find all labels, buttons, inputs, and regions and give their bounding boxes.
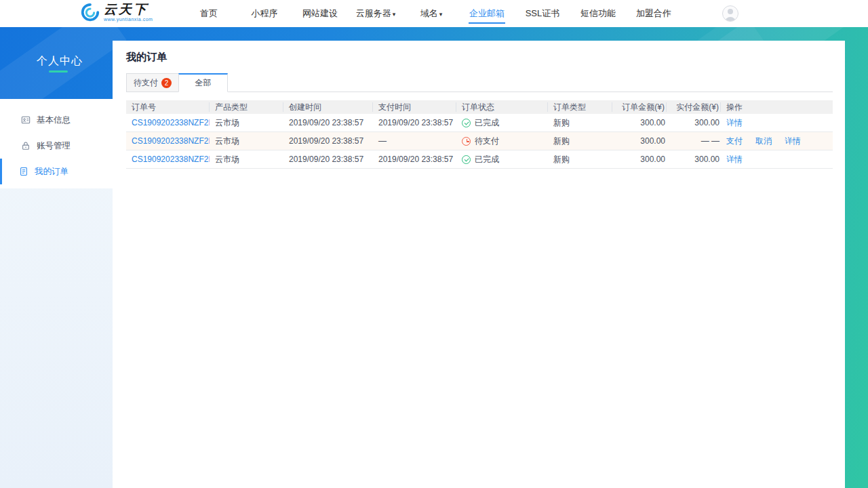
detail-link[interactable]: 详情 [726, 117, 743, 129]
cell-paid-time: 2019/09/20 23:38:57 [373, 155, 456, 164]
cell-product-type: 云市场 [210, 117, 283, 129]
clock-icon [462, 137, 471, 146]
col-header-created-time: 创建时间 [283, 102, 373, 112]
sidebar: 个人中心 基本信息 账号管理 [0, 27, 113, 488]
cell-amount: 300.00 [612, 155, 667, 164]
pending-count-badge: 2 [161, 78, 172, 88]
cell-paid-time: — [373, 136, 456, 146]
user-avatar[interactable] [722, 5, 738, 22]
nav-label: 企业邮箱 [469, 7, 505, 20]
cell-paid-amount: — — [667, 136, 721, 146]
col-header-product-type: 产品类型 [210, 102, 283, 112]
sidebar-body: 基本信息 账号管理 我的订单 [0, 99, 113, 488]
chevron-down-icon: ▾ [439, 11, 443, 18]
logo-text: 云天下 www.yuntianxia.com [104, 3, 153, 22]
nav-item-enterprise-email[interactable]: 企业邮箱 [459, 0, 515, 27]
order-no-link[interactable]: CS1909202338NZF2P [126, 118, 210, 127]
nav-item-mini-program[interactable]: 小程序 [237, 0, 292, 27]
orders-panel: 我的订单 待支付 2 全部 订单号 产品类型 创建时间 支付时间 订单状态 订单… [113, 41, 845, 488]
col-header-order-type: 订单类型 [548, 102, 612, 112]
cell-created-time: 2019/09/20 23:38:57 [283, 118, 373, 127]
status-label: 待支付 [475, 136, 499, 147]
nav-item-cloud-server[interactable]: 云服务器▾ [348, 0, 403, 27]
sidebar-item-orders[interactable]: 我的订单 [0, 159, 113, 184]
order-no-link[interactable]: CS1909202338NZF2P [126, 136, 210, 146]
cell-amount: 300.00 [612, 136, 667, 146]
cell-actions: 详情 [721, 154, 833, 165]
tabs: 待支付 2 全部 [126, 73, 833, 92]
nav-item-domain[interactable]: 域名▾ [403, 0, 459, 27]
tab-all[interactable]: 全部 [178, 73, 228, 92]
orders-table: 订单号 产品类型 创建时间 支付时间 订单状态 订单类型 订单金额(¥) 实付金… [126, 100, 833, 169]
logo-title: 云天下 [104, 3, 153, 16]
document-icon [19, 167, 28, 176]
table-row: CS1909202338NZF2P 云市场 2019/09/20 23:38:5… [126, 150, 833, 169]
nav-label: 网站建设 [302, 7, 338, 20]
col-header-status: 订单状态 [456, 102, 548, 112]
user-icon [728, 9, 733, 14]
user-icon-shoulders [725, 17, 736, 22]
sidebar-item-basic-info[interactable]: 基本信息 [0, 107, 113, 133]
status-label: 已完成 [475, 117, 499, 129]
top-navbar: 云天下 www.yuntianxia.com 首页 小程序 网站建设 云服务器▾… [0, 0, 868, 27]
sidebar-item-label: 基本信息 [37, 115, 71, 126]
tab-pending-payment[interactable]: 待支付 2 [126, 73, 179, 92]
cell-actions: 详情 [721, 117, 833, 129]
nav-item-partnership[interactable]: 加盟合作 [626, 0, 682, 27]
nav-label: 小程序 [252, 7, 278, 20]
main-nav: 首页 小程序 网站建设 云服务器▾ 域名▾ 企业邮箱 SSL证书 短信功能 加盟… [181, 0, 682, 27]
cell-status: 待支付 [456, 136, 548, 147]
nav-label: 加盟合作 [636, 7, 671, 20]
logo-subtitle: www.yuntianxia.com [104, 17, 153, 22]
nav-label: 域名 [420, 7, 438, 20]
sidebar-menu: 基本信息 账号管理 我的订单 [0, 99, 113, 188]
cell-paid-time: 2019/09/20 23:38:57 [373, 118, 456, 127]
cell-order-type: 新购 [548, 136, 612, 147]
sidebar-item-label: 我的订单 [35, 166, 68, 178]
cell-paid-amount: 300.00 [667, 155, 721, 164]
cell-paid-amount: 300.00 [667, 118, 721, 127]
cell-amount: 300.00 [612, 118, 667, 127]
col-header-actions: 操作 [721, 102, 833, 112]
status-label: 已完成 [475, 154, 499, 165]
col-header-paid-amount: 实付金额(¥) [667, 102, 721, 112]
tab-label: 全部 [195, 77, 212, 89]
sidebar-item-account[interactable]: 账号管理 [0, 133, 113, 159]
pay-link[interactable]: 支付 [726, 136, 743, 147]
cell-status: 已完成 [456, 154, 548, 165]
cell-status: 已完成 [456, 117, 548, 129]
nav-label: 短信功能 [580, 7, 616, 20]
nav-item-ssl-certificate[interactable]: SSL证书 [515, 0, 570, 27]
check-circle-icon [462, 155, 471, 164]
nav-item-sms[interactable]: 短信功能 [570, 0, 626, 27]
col-header-order-no: 订单号 [126, 102, 210, 112]
sidebar-item-label: 账号管理 [37, 140, 71, 152]
lock-icon [21, 141, 31, 150]
detail-link[interactable]: 详情 [726, 154, 743, 165]
nav-item-home[interactable]: 首页 [181, 0, 237, 27]
nav-label: 首页 [200, 7, 218, 20]
cell-product-type: 云市场 [210, 154, 283, 165]
cancel-link[interactable]: 取消 [755, 136, 772, 147]
cell-created-time: 2019/09/20 23:38:57 [283, 136, 373, 146]
logo-swirl-icon [80, 2, 100, 22]
sidebar-title: 个人中心 [37, 54, 83, 68]
nav-label: SSL证书 [526, 7, 560, 20]
chevron-down-icon: ▾ [393, 11, 396, 18]
check-circle-icon [462, 119, 471, 127]
cell-order-type: 新购 [548, 117, 612, 129]
sidebar-header: 个人中心 [0, 27, 113, 99]
nav-label: 云服务器 [356, 7, 391, 20]
logo[interactable]: 云天下 www.yuntianxia.com [80, 2, 153, 22]
tab-label: 待支付 [134, 77, 158, 89]
col-header-amount: 订单金额(¥) [612, 102, 667, 112]
id-card-icon [21, 115, 31, 125]
table-row: CS1909202338NZF2P 云市场 2019/09/20 23:38:5… [126, 132, 833, 150]
nav-item-website-building[interactable]: 网站建设 [292, 0, 348, 27]
cell-product-type: 云市场 [210, 136, 283, 147]
order-no-link[interactable]: CS1909202338NZF2P [126, 155, 210, 164]
table-row: CS1909202338NZF2P 云市场 2019/09/20 23:38:5… [126, 114, 833, 132]
cell-created-time: 2019/09/20 23:38:57 [283, 155, 373, 164]
title-underline [49, 70, 68, 73]
detail-link[interactable]: 详情 [785, 136, 801, 147]
